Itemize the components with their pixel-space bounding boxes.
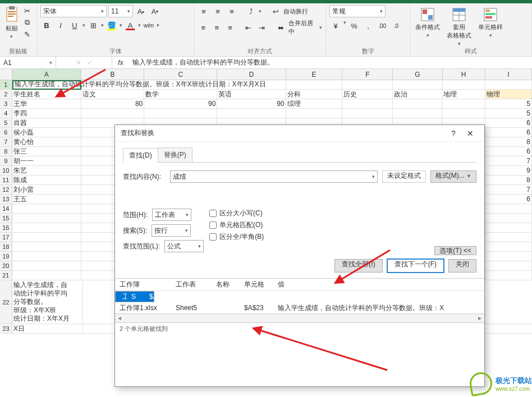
cell[interactable]: 7 xyxy=(485,185,532,194)
row-header[interactable]: 7 xyxy=(0,137,12,146)
cell[interactable] xyxy=(12,214,81,223)
cell[interactable] xyxy=(12,271,81,280)
row-header[interactable]: 1 xyxy=(0,80,12,89)
find-all-button[interactable]: 查找全部(I) xyxy=(334,259,382,273)
cell[interactable] xyxy=(12,252,81,261)
cell[interactable]: 陈成 xyxy=(12,176,81,184)
cell[interactable]: 6 xyxy=(485,118,532,127)
match-case-checkbox[interactable] xyxy=(209,210,217,217)
find-input[interactable]: 成绩▾ xyxy=(170,170,378,183)
col-header-D[interactable]: D xyxy=(217,69,286,80)
scope-select[interactable]: 工作表▾ xyxy=(152,209,191,221)
name-box[interactable]: A1▾ xyxy=(0,57,56,68)
cell[interactable] xyxy=(12,223,81,232)
fx-label[interactable]: fx xyxy=(112,57,129,68)
currency-icon[interactable]: ¥ xyxy=(329,20,342,32)
enter-icon[interactable]: ✓ xyxy=(87,59,93,67)
cut-icon[interactable]: ✂ xyxy=(21,5,33,16)
cell[interactable] xyxy=(393,80,442,89)
col-header-H[interactable]: H xyxy=(443,69,485,80)
italic-button[interactable]: I xyxy=(54,19,67,31)
cell[interactable] xyxy=(442,99,485,108)
table-format-button[interactable]: 套用 表格格式▾ xyxy=(445,7,473,47)
col-workbook[interactable]: 工作簿 xyxy=(115,279,171,290)
col-header-C[interactable]: C xyxy=(144,69,217,80)
cell[interactable]: 李四 xyxy=(12,109,81,118)
row-header[interactable]: 8 xyxy=(0,147,12,156)
cell[interactable]: 5 xyxy=(485,99,532,108)
col-sheet[interactable]: 工作表 xyxy=(171,279,212,290)
row-header[interactable]: 16 xyxy=(0,223,12,232)
cell[interactable]: 语文 xyxy=(81,90,145,99)
row-header[interactable]: 12 xyxy=(0,185,12,194)
row-header[interactable]: 13 xyxy=(0,195,12,204)
options-button[interactable]: 选项(T) << xyxy=(434,246,476,255)
cell[interactable] xyxy=(393,99,442,108)
align-center-icon[interactable]: ≡ xyxy=(211,21,223,34)
cell[interactable] xyxy=(12,204,81,213)
cell[interactable]: 综理 xyxy=(286,99,343,108)
number-format-select[interactable]: 常规▾ xyxy=(329,5,386,17)
cell[interactable]: 地理 xyxy=(442,90,485,99)
cell[interactable] xyxy=(485,214,532,223)
increase-font-icon[interactable]: A▴ xyxy=(135,5,147,17)
col-header-B[interactable]: B xyxy=(81,69,145,80)
cell[interactable]: 学生姓名 xyxy=(12,90,81,99)
cell[interactable] xyxy=(442,109,485,118)
align-bottom-icon[interactable]: ≡ xyxy=(226,5,238,17)
col-header-F[interactable]: F xyxy=(342,69,393,80)
row-header[interactable]: 6 xyxy=(0,128,12,137)
cell[interactable]: 黄心怡 xyxy=(12,137,81,146)
cell[interactable]: 90 xyxy=(217,99,286,108)
col-name[interactable]: 名称 xyxy=(212,279,240,290)
close-icon[interactable]: ✕ xyxy=(462,129,479,138)
cell[interactable]: 分科 xyxy=(286,90,343,99)
align-middle-icon[interactable]: ≡ xyxy=(212,5,224,17)
row-header[interactable]: 9 xyxy=(0,156,12,165)
cell[interactable]: 胡一一 xyxy=(12,156,81,165)
border-button[interactable]: ⊞ xyxy=(87,19,99,31)
col-header-A[interactable]: A xyxy=(12,69,81,80)
row-header[interactable]: 22 xyxy=(0,280,12,324)
cell[interactable]: 政治 xyxy=(393,90,442,99)
tab-find[interactable]: 查找(D) xyxy=(123,148,158,163)
col-value[interactable]: 值 xyxy=(273,279,484,290)
match-halfwidth-checkbox[interactable] xyxy=(209,233,217,241)
wrap-text-button[interactable]: 自动换行 xyxy=(283,7,308,16)
format-painter-icon[interactable]: ✎ xyxy=(21,29,33,40)
result-row[interactable]: 工作簿1.xlsx Sheet5 $A$1 输入学生成绩，自动统计学科的平均分等… xyxy=(115,291,154,302)
bold-button[interactable]: B xyxy=(40,19,53,31)
percent-icon[interactable]: % xyxy=(348,20,360,32)
cell[interactable] xyxy=(443,80,485,89)
formula-input[interactable]: 输入学生成绩，自动统计学科的平均分等数据。 xyxy=(129,57,532,68)
font-size-select[interactable]: 11▾ xyxy=(108,5,133,17)
cell[interactable]: 90 xyxy=(144,99,217,108)
match-cell-checkbox[interactable] xyxy=(209,221,217,229)
merge-center-button[interactable]: 合并后居中 xyxy=(288,19,318,36)
align-left-icon[interactable]: ≡ xyxy=(198,21,209,34)
align-top-icon[interactable]: ≡ xyxy=(198,5,210,17)
cell[interactable]: 5 xyxy=(485,109,532,118)
cell[interactable] xyxy=(286,109,343,118)
row-header[interactable]: 10 xyxy=(0,166,12,175)
cell[interactable]: 6 xyxy=(485,128,532,137)
cell[interactable] xyxy=(12,261,81,270)
cell[interactable]: 输入学生成绩，自 动统计学科的平均 分等数据。 班级：X年X班 统计日期：X年X… xyxy=(12,280,83,324)
row-header[interactable]: 3 xyxy=(0,99,12,108)
cell[interactable] xyxy=(286,80,343,89)
row-header[interactable]: 18 xyxy=(0,242,12,251)
cell[interactable] xyxy=(217,109,286,118)
close-button[interactable]: 关闭 xyxy=(448,259,476,273)
cell[interactable] xyxy=(393,109,442,118)
select-all-corner[interactable] xyxy=(0,69,12,80)
row-header[interactable]: 19 xyxy=(0,252,12,261)
cell[interactable] xyxy=(12,233,81,242)
cell[interactable]: 9 xyxy=(485,166,532,175)
cell[interactable]: 英语 xyxy=(217,90,286,99)
decimal-inc-icon[interactable]: .00 xyxy=(376,20,388,32)
cell[interactable]: 肖茜 xyxy=(12,118,81,127)
cell[interactable]: 6 xyxy=(485,195,532,204)
pinyin-button[interactable]: wén xyxy=(143,19,155,31)
cell[interactable] xyxy=(485,233,532,242)
cell[interactable]: 6 xyxy=(485,147,532,156)
